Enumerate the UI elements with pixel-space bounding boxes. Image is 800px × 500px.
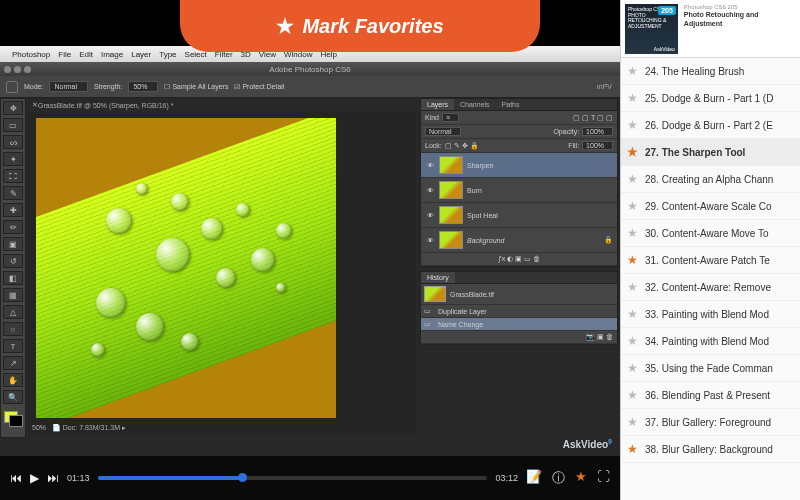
layer-row[interactable]: 👁 Spot Heal [421, 203, 617, 228]
layers-footer[interactable]: ƒx ◐ ▣ ▭ 🗑 [421, 253, 617, 266]
lock-icons[interactable]: ▢ ✎ ✥ 🔒 [445, 142, 479, 150]
strength-input[interactable]: 50% [128, 81, 158, 92]
lasso-tool[interactable]: ᔕ [3, 135, 23, 149]
filter-icons[interactable]: ▢ ▢ T ▢ ▢ [573, 114, 613, 122]
path-tool[interactable]: ↗ [3, 356, 23, 370]
info-icon[interactable]: ⓘ [552, 469, 565, 487]
layer-name[interactable]: Sharpen [467, 162, 493, 169]
opacity-input[interactable]: 100% [582, 127, 613, 136]
lesson-item[interactable]: ★36. Blending Past & Present [621, 382, 800, 409]
tab-layers[interactable]: Layers [421, 99, 454, 110]
sample-all-checkbox[interactable]: ☐ Sample All Layers [164, 83, 228, 91]
layer-row[interactable]: 👁 Sharpen [421, 153, 617, 178]
history-step[interactable]: ▭Name Change [421, 318, 617, 331]
lesson-item[interactable]: ★32. Content-Aware: Remove [621, 274, 800, 301]
fill-input[interactable]: 100% [582, 141, 613, 150]
dodge-tool[interactable]: ○ [3, 322, 23, 336]
traffic-lights[interactable] [4, 66, 31, 73]
menu-photoshop[interactable]: Photoshop [12, 50, 50, 59]
type-tool[interactable]: T [3, 339, 23, 353]
brush-icon[interactable] [6, 81, 18, 93]
stamp-tool[interactable]: ▣ [3, 237, 23, 251]
favorite-star-icon[interactable]: ★ [627, 64, 639, 78]
lesson-item[interactable]: ★24. The Healing Brush [621, 58, 800, 85]
eraser-tool[interactable]: ◧ [3, 271, 23, 285]
tab-history[interactable]: History [421, 272, 455, 283]
workspace-label[interactable]: mPV [597, 83, 612, 90]
menu-type[interactable]: Type [159, 50, 176, 59]
hand-tool[interactable]: ✋ [3, 373, 23, 387]
lesson-item[interactable]: ★25. Dodge & Burn - Part 1 (D [621, 85, 800, 112]
tab-channels[interactable]: Channels [454, 99, 496, 110]
protect-detail-checkbox[interactable]: ☑ Protect Detail [234, 83, 284, 91]
healing-tool[interactable]: ✚ [3, 203, 23, 217]
visibility-icon[interactable]: 👁 [425, 162, 435, 169]
lesson-item[interactable]: ★33. Painting with Blend Mod [621, 301, 800, 328]
notes-icon[interactable]: 📝 [526, 469, 542, 487]
lesson-item[interactable]: ★30. Content-Aware Move To [621, 220, 800, 247]
visibility-icon[interactable]: 👁 [425, 212, 435, 219]
favorite-button[interactable]: ★ [575, 469, 587, 487]
favorite-star-icon[interactable]: ★ [627, 307, 639, 321]
course-header[interactable]: 205 Photoshop CS6PHOTO RETOUCHING & ADJU… [621, 0, 800, 58]
lesson-list[interactable]: ★24. The Healing Brush★25. Dodge & Burn … [621, 58, 800, 500]
color-swatches[interactable] [4, 411, 22, 425]
favorite-star-icon[interactable]: ★ [627, 226, 639, 240]
zoom-tool[interactable]: 🔍 [3, 390, 23, 404]
favorite-star-icon[interactable]: ★ [627, 388, 639, 402]
play-button[interactable]: ▶ [30, 471, 39, 485]
brush-tool[interactable]: ✏ [3, 220, 23, 234]
favorite-star-icon[interactable]: ★ [627, 118, 639, 132]
lesson-item[interactable]: ★29. Content-Aware Scale Co [621, 193, 800, 220]
lesson-item[interactable]: ★26. Dodge & Burn - Part 2 (E [621, 112, 800, 139]
history-footer[interactable]: 📷 ▣ 🗑 [421, 331, 617, 344]
progress-bar[interactable] [98, 476, 488, 480]
menu-layer[interactable]: Layer [131, 50, 151, 59]
favorite-star-icon[interactable]: ★ [627, 442, 639, 456]
blend-mode-select[interactable]: Normal [425, 127, 461, 136]
menu-file[interactable]: File [58, 50, 71, 59]
move-tool[interactable]: ✥ [3, 101, 23, 115]
menu-edit[interactable]: Edit [79, 50, 93, 59]
marquee-tool[interactable]: ▭ [3, 118, 23, 132]
favorite-star-icon[interactable]: ★ [627, 361, 639, 375]
favorite-star-icon[interactable]: ★ [627, 91, 639, 105]
lesson-item[interactable]: ★34. Painting with Blend Mod [621, 328, 800, 355]
visibility-icon[interactable]: 👁 [425, 187, 435, 194]
crop-tool[interactable]: ⛶ [3, 169, 23, 183]
history-step[interactable]: ▭Duplicate Layer [421, 305, 617, 318]
canvas[interactable]: 50% 📄 Doc: 7.83M/31.3M ▸ [28, 112, 416, 434]
prev-button[interactable]: ⏮ [10, 471, 22, 485]
menu-image[interactable]: Image [101, 50, 123, 59]
favorite-star-icon[interactable]: ★ [627, 172, 639, 186]
gradient-tool[interactable]: ▦ [3, 288, 23, 302]
layer-name[interactable]: Spot Heal [467, 212, 498, 219]
favorite-star-icon[interactable]: ★ [627, 253, 639, 267]
layer-row[interactable]: 👁 Burn [421, 178, 617, 203]
history-brush-tool[interactable]: ↺ [3, 254, 23, 268]
fullscreen-icon[interactable]: ⛶ [597, 469, 610, 487]
next-button[interactable]: ⏭ [47, 471, 59, 485]
visibility-icon[interactable]: 👁 [425, 237, 435, 244]
lesson-item[interactable]: ★38. Blur Gallery: Background [621, 436, 800, 463]
lesson-item[interactable]: ★27. The Sharpen Tool [621, 139, 800, 166]
favorite-star-icon[interactable]: ★ [627, 280, 639, 294]
layer-row[interactable]: 👁 Background 🔒 [421, 228, 617, 253]
lesson-item[interactable]: ★31. Content-Aware Patch Te [621, 247, 800, 274]
wand-tool[interactable]: ✦ [3, 152, 23, 166]
tab-paths[interactable]: Paths [496, 99, 526, 110]
mode-select[interactable]: Normal [49, 81, 88, 92]
document-tab[interactable]: ✕ GrassBlade.tif @ 50% (Sharpen, RGB/16)… [26, 98, 416, 112]
sharpen-tool[interactable]: △ [3, 305, 23, 319]
layer-name[interactable]: Burn [467, 187, 482, 194]
favorite-star-icon[interactable]: ★ [627, 334, 639, 348]
lesson-item[interactable]: ★35. Using the Fade Comman [621, 355, 800, 382]
layer-name[interactable]: Background [467, 237, 504, 244]
kind-filter[interactable]: ≡ [442, 113, 459, 122]
favorite-star-icon[interactable]: ★ [627, 145, 639, 159]
favorite-star-icon[interactable]: ★ [627, 199, 639, 213]
lesson-item[interactable]: ★28. Creating an Alpha Chann [621, 166, 800, 193]
favorite-star-icon[interactable]: ★ [627, 415, 639, 429]
eyedropper-tool[interactable]: ✎ [3, 186, 23, 200]
lesson-item[interactable]: ★37. Blur Gallery: Foreground [621, 409, 800, 436]
